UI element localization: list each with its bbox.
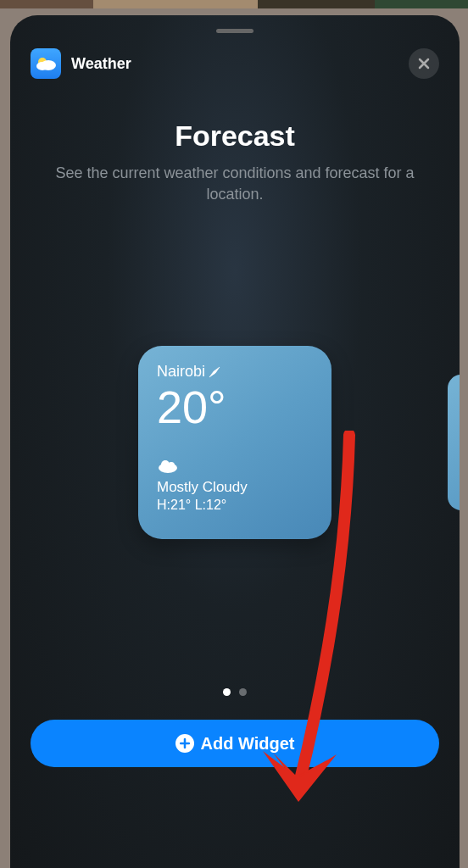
page-dot-2[interactable] bbox=[239, 688, 247, 696]
weather-app-icon bbox=[31, 48, 61, 79]
add-widget-label: Add Widget bbox=[201, 734, 295, 754]
widget-preview-small: Nairobi 20° Mostly Cloudy H:21° L: bbox=[138, 346, 332, 539]
cloud-icon bbox=[157, 457, 313, 477]
page-subtitle: See the current weather conditions and f… bbox=[10, 163, 460, 205]
app-name: Weather bbox=[71, 55, 131, 73]
svg-point-5 bbox=[168, 462, 175, 469]
sheet-grabber[interactable] bbox=[216, 29, 254, 33]
next-widget-peek bbox=[448, 375, 460, 510]
page-title: Forecast bbox=[10, 120, 460, 153]
close-button[interactable] bbox=[409, 48, 439, 79]
widget-temperature: 20° bbox=[157, 384, 313, 430]
widget-low-label: L: bbox=[195, 498, 206, 512]
page-dots bbox=[10, 688, 460, 696]
weather-icon bbox=[35, 56, 57, 71]
widget-config-sheet: Weather Forecast See the current weather… bbox=[10, 15, 460, 868]
close-icon bbox=[417, 57, 431, 70]
svg-point-2 bbox=[36, 62, 48, 70]
widget-location: Nairobi bbox=[157, 363, 313, 381]
widget-high: 21° bbox=[170, 498, 191, 512]
widget-preview-carousel[interactable]: Nairobi 20° Mostly Cloudy H:21° L: bbox=[10, 341, 460, 544]
widget-low: 12° bbox=[206, 498, 226, 512]
widget-high-label: H: bbox=[157, 498, 170, 512]
widget-location-text: Nairobi bbox=[157, 363, 205, 381]
widget-condition: Mostly Cloudy bbox=[157, 479, 313, 496]
plus-circle-icon bbox=[176, 734, 194, 753]
sheet-header: Weather bbox=[10, 48, 460, 79]
page-dot-1[interactable] bbox=[223, 688, 231, 696]
background-peek bbox=[0, 0, 468, 8]
add-widget-button[interactable]: Add Widget bbox=[31, 720, 439, 767]
location-arrow-icon bbox=[209, 366, 220, 378]
widget-high-low: H:21° L:12° bbox=[157, 498, 313, 513]
